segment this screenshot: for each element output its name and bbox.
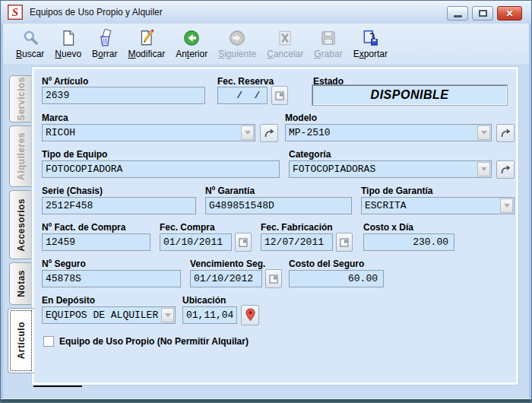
fec-fabricacion-label: Fec. Fabricación (261, 222, 333, 233)
toolbar-button-anterior[interactable]: Anterior (170, 27, 213, 61)
fec-fabricacion-input[interactable]: 12/07/2011 (261, 233, 333, 251)
floppy-disk-icon (319, 29, 337, 47)
marca-goto-button[interactable] (260, 124, 278, 142)
calendar-icon (274, 90, 286, 102)
articulo-value: 2639 (46, 90, 69, 101)
costo-seguro-label: Costo del Seguro (289, 259, 364, 269)
tipo-equipo-value: FOTOCOPIADORA (46, 163, 122, 175)
tipo-equipo-label: Tipo de Equipo (42, 149, 107, 160)
toolbar-button-label: Borrar (92, 49, 117, 59)
toolbar-button-label: Siguiente (218, 49, 256, 59)
search-icon (21, 29, 40, 47)
costo-dia-input[interactable]: 230.00 (363, 233, 454, 251)
toolbar-button-exportar[interactable]: Exportar (348, 27, 393, 61)
modelo-dropdown-arrow[interactable] (477, 125, 490, 140)
window-bottom-edge (1, 398, 531, 402)
title-bar[interactable]: S Equipos de Uso Propio y Alquiler ✕ (1, 1, 531, 24)
maximize-button[interactable] (472, 6, 493, 21)
curved-arrow-icon (499, 126, 512, 140)
articulo-input[interactable]: 2639 (42, 87, 205, 104)
toolbar-button-nuevo[interactable]: Nuevo (49, 27, 87, 61)
tab-notas[interactable]: Notas (9, 262, 32, 305)
costo-dia-label: Costo x Día (363, 222, 413, 233)
seguro-input[interactable]: 45878S (42, 270, 181, 287)
toolbar-button-borrar[interactable]: Borrar (87, 27, 122, 61)
categoria-combobox[interactable]: FOTOCOPIADORAS (289, 160, 492, 178)
seguro-value: 45878S (46, 273, 81, 284)
map-pin-icon (244, 307, 257, 323)
toolbar: Buscar Nuevo Borrar (3, 24, 529, 65)
fec-reserva-label: Fec. Reserva (217, 76, 274, 87)
garantia-input[interactable]: G489851548D (205, 197, 352, 214)
close-button[interactable]: ✕ (497, 6, 522, 21)
toolbar-button-modificar[interactable]: Modificar (122, 27, 170, 61)
tab-accesorios[interactable]: Accesorios (9, 190, 32, 259)
app-window: S Equipos de Uso Propio y Alquiler ✕ Bus… (0, 0, 532, 403)
tab-servicios: Servicios (9, 75, 32, 122)
toolbar-button-buscar[interactable]: Buscar (11, 27, 49, 61)
estado-field: DISPONIBLE (312, 84, 508, 106)
ubicacion-map-button[interactable] (241, 305, 259, 325)
marca-dropdown-arrow[interactable] (241, 125, 254, 140)
modelo-value: MP-2510 (289, 127, 331, 138)
modelo-combobox[interactable]: MP-2510 (285, 124, 492, 141)
deposito-label: En Depósito (42, 295, 95, 306)
fec-reserva-value: / / (225, 90, 261, 101)
vencimiento-input[interactable]: 01/10/2012 (190, 270, 262, 287)
chevron-down-icon (164, 313, 172, 318)
calendar-icon (338, 236, 350, 249)
categoria-value: FOTOCOPIADORAS (293, 163, 375, 175)
ubicacion-input[interactable]: 01,11,04 (182, 306, 237, 324)
serie-input[interactable]: 2512F458 (42, 197, 196, 214)
toolbar-button-grabar: Grabar (309, 27, 347, 61)
fec-compra-value: 01/10/2011 (163, 236, 223, 248)
tipo-garantia-combobox[interactable]: ESCRITA (361, 197, 515, 214)
seguro-label: Nº Seguro (42, 259, 86, 269)
fec-compra-input[interactable]: 01/10/2011 (160, 233, 232, 251)
export-icon (361, 29, 379, 47)
tab-articulo[interactable]: Artículo (8, 308, 34, 373)
uso-propio-checkbox[interactable] (43, 336, 54, 347)
deposito-value: EQUIPOS DE ALQUILER (46, 309, 158, 321)
curved-arrow-icon (262, 126, 276, 140)
deposito-dropdown-arrow[interactable] (161, 308, 174, 322)
fact-compra-input[interactable]: 12459 (42, 233, 150, 251)
chevron-down-icon (480, 167, 488, 172)
toolbar-button-label: Nuevo (55, 49, 81, 59)
fec-compra-calendar-button[interactable] (235, 233, 252, 252)
costo-seguro-input[interactable]: 60.00 (289, 270, 384, 287)
maximize-icon (479, 10, 487, 17)
close-icon: ✕ (505, 9, 513, 18)
edit-pencil-icon (138, 29, 156, 47)
tipo-garantia-dropdown-arrow[interactable] (500, 198, 513, 213)
toolbar-button-label: Cancelar (267, 49, 303, 59)
tipo-garantia-value: ESCRITA (365, 200, 407, 211)
marca-combobox[interactable]: RICOH (42, 124, 255, 141)
calendar-icon (237, 236, 249, 249)
minimize-button[interactable] (447, 6, 468, 21)
tipo-equipo-input[interactable]: FOTOCOPIADORA (42, 160, 280, 178)
categoria-goto-button[interactable] (496, 160, 515, 179)
chevron-down-icon (480, 130, 488, 135)
marca-label: Marca (42, 113, 68, 123)
arrow-right-icon (228, 29, 246, 47)
toolbar-button-cancelar: Cancelar (261, 27, 309, 61)
tab-alquileres: Alquileres (9, 125, 32, 187)
garantia-label: Nº Garantía (205, 186, 255, 196)
vencimiento-calendar-button[interactable] (265, 269, 282, 288)
marca-value: RICOH (46, 127, 75, 138)
categoria-dropdown-arrow[interactable] (477, 162, 490, 176)
fec-fabricacion-calendar-button[interactable] (336, 233, 353, 252)
modelo-goto-button[interactable] (496, 124, 515, 142)
toolbar-button-label: Buscar (16, 49, 44, 59)
uso-propio-label: Equipo de Uso Propio (No Permitir Alquil… (59, 336, 249, 347)
serie-value: 2512F458 (46, 200, 93, 211)
cancel-x-icon (276, 29, 294, 47)
minimize-icon (454, 15, 462, 17)
toolbar-button-label: Exportar (353, 49, 388, 59)
fec-reserva-input[interactable]: / / (217, 87, 268, 104)
svg-text:S: S (12, 6, 18, 18)
deposito-combobox[interactable]: EQUIPOS DE ALQUILER (42, 306, 176, 324)
fec-reserva-calendar-button[interactable] (271, 86, 288, 105)
toolbar-button-siguiente: Siguiente (213, 27, 261, 61)
